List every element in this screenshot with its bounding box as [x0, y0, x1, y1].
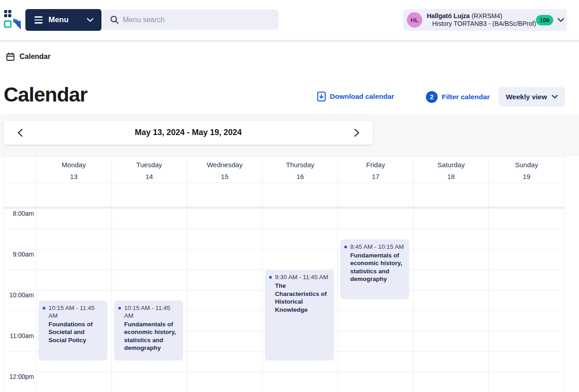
day-header-wednesday: Wednesday15	[187, 157, 263, 183]
event-time: 10:15 AM - 11:45 AM	[48, 304, 104, 319]
filter-calendar-label: Filter calendar	[442, 93, 490, 101]
user-menu[interactable]: HL Hallgató Lujza(RXRSM4) History TORTAN…	[403, 9, 567, 31]
time-label: 8:00am	[4, 210, 34, 217]
chevron-down-icon	[552, 95, 558, 99]
view-selector-label: Weekly view	[506, 93, 547, 101]
page-title: Calendar	[4, 83, 87, 106]
day-header-monday: Monday13	[36, 157, 112, 183]
menu-button-label: Menu	[48, 15, 68, 24]
day-name: Monday	[36, 159, 111, 171]
chevron-down-icon	[558, 18, 564, 22]
day-number: 15	[187, 171, 262, 183]
app-logo-icon[interactable]	[4, 9, 22, 31]
download-calendar-label: Download calendar	[330, 92, 394, 101]
weekly-calendar-grid: Monday13Tuesday14Wednesday15Thursday16Fr…	[4, 156, 565, 392]
menu-search	[103, 10, 279, 30]
notification-badge: 108	[536, 15, 553, 25]
week-navigation: May 13, 2024 - May 19, 2024	[4, 121, 373, 145]
day-name: Wednesday	[187, 159, 262, 171]
chevron-down-icon	[87, 18, 93, 22]
day-number: 18	[414, 171, 489, 183]
hamburger-icon	[34, 16, 43, 24]
download-file-icon	[317, 92, 326, 102]
week-range-label: May 13, 2024 - May 19, 2024	[135, 128, 241, 137]
user-name: Hallgató Lujza	[427, 12, 470, 19]
time-label: 9:00am	[4, 251, 34, 258]
grid-line	[4, 208, 565, 209]
event-dot-icon	[269, 276, 272, 279]
next-week-button[interactable]	[347, 121, 367, 145]
day-column	[414, 183, 489, 392]
day-name: Friday	[338, 159, 413, 171]
view-selector[interactable]: Weekly view	[498, 87, 565, 106]
calendar-event[interactable]: 10:15 AM - 11:45 AMFoundations of Societ…	[39, 300, 107, 360]
chevron-left-icon	[18, 129, 23, 137]
day-header-saturday: Saturday18	[414, 157, 489, 183]
day-number: 13	[36, 171, 111, 183]
topbar-shadow	[0, 40, 579, 44]
event-time: 9:30 AM - 11:45 AM	[275, 273, 330, 281]
event-title: The Characteristics of Historical Knowle…	[275, 282, 330, 314]
calendar-event[interactable]: 10:15 AM - 11:45 AMFundamentals of econo…	[114, 300, 183, 360]
day-number: 17	[338, 171, 413, 183]
day-name: Thursday	[263, 159, 338, 171]
event-dot-icon	[118, 307, 121, 310]
day-number: 19	[489, 171, 564, 183]
day-number: 16	[263, 171, 338, 183]
event-dot-icon	[43, 307, 45, 310]
user-info: Hallgató Lujza(RXRSM4) History TORTANB3 …	[427, 12, 536, 28]
magnifier-icon	[110, 15, 119, 24]
day-column	[187, 183, 263, 392]
filter-calendar-button[interactable]: 2 Filter calendar	[426, 91, 490, 103]
grid-line	[4, 249, 565, 250]
breadcrumb-label: Calendar	[19, 53, 50, 61]
day-column	[489, 183, 565, 392]
menu-button[interactable]: Menu	[25, 9, 101, 31]
top-bar: Menu HL Hallgató Lujza(RXRSM4) History T…	[0, 0, 579, 40]
day-column	[112, 183, 188, 392]
time-label: 12:00pm	[4, 373, 34, 380]
calendar-event[interactable]: 8:45 AM - 10:15 AMFundamentals of econom…	[340, 239, 409, 299]
grid-line	[4, 372, 565, 372]
day-header-friday: Friday17	[338, 157, 414, 183]
event-time: 8:45 AM - 10:15 AM	[350, 243, 405, 251]
calendar-day-header-row: Monday13Tuesday14Wednesday15Thursday16Fr…	[4, 157, 565, 183]
chevron-right-icon	[354, 129, 359, 137]
day-header-thursday: Thursday16	[263, 157, 338, 183]
time-gutter-header	[4, 157, 36, 183]
download-calendar-button[interactable]: Download calendar	[317, 92, 394, 102]
day-column	[36, 183, 112, 392]
day-header-tuesday: Tuesday14	[112, 157, 188, 183]
day-name: Sunday	[489, 159, 564, 171]
user-name-line: Hallgató Lujza(RXRSM4)	[427, 12, 536, 20]
event-title: Fundamentals of economic history, statis…	[124, 320, 179, 352]
event-title: Foundations of Societal and Social Polic…	[48, 320, 104, 344]
previous-week-button[interactable]	[10, 121, 30, 145]
time-label: 10:00am	[4, 291, 34, 299]
calendar-page: Menu HL Hallgató Lujza(RXRSM4) History T…	[0, 0, 579, 392]
user-code: (RXRSM4)	[472, 12, 502, 19]
event-dot-icon	[344, 246, 347, 248]
breadcrumb[interactable]: Calendar	[6, 52, 50, 61]
day-name: Tuesday	[112, 159, 187, 171]
event-time: 10:15 AM - 11:45 AM	[124, 304, 179, 319]
menu-search-input[interactable]	[103, 9, 279, 30]
calendar-icon	[6, 52, 15, 61]
time-label: 11:00am	[4, 332, 34, 339]
day-number: 14	[112, 171, 187, 183]
calendar-event[interactable]: 9:30 AM - 11:45 AMThe Characteristics of…	[265, 270, 334, 360]
avatar: HL	[407, 12, 422, 28]
day-header-sunday: Sunday19	[489, 157, 565, 183]
grid-line	[4, 229, 565, 229]
day-name: Saturday	[414, 159, 489, 171]
event-title: Fundamentals of economic history, statis…	[350, 252, 405, 283]
user-training: History TORTANB3 - (BA/BSc/BProf)	[427, 20, 536, 28]
filter-count-badge: 2	[426, 91, 438, 103]
